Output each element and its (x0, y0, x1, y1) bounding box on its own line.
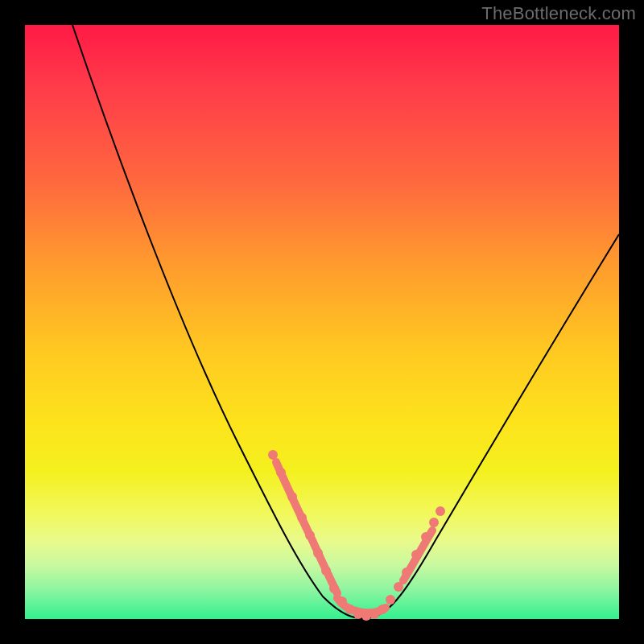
marker-dot (353, 609, 363, 619)
plot-area (25, 25, 619, 619)
bottleneck-curve (72, 25, 619, 618)
marker-dot (429, 518, 439, 527)
chart-frame: TheBottleneck.com (0, 0, 644, 644)
marker-dot (287, 492, 297, 502)
marker-dot (268, 450, 278, 460)
marker-dot (369, 609, 379, 619)
marker-dot (337, 597, 347, 606)
marker-dot (361, 611, 371, 621)
marker-dot (305, 530, 315, 540)
marker-dot (436, 506, 445, 516)
marker-dot (421, 532, 431, 542)
marker-dot (329, 584, 339, 593)
marker-dot (394, 582, 403, 592)
marker-dot (386, 595, 395, 605)
marker-dot (345, 605, 355, 614)
marker-dot (276, 468, 286, 477)
marker-dot (297, 513, 307, 522)
curve-svg (25, 25, 619, 619)
marker-dot (321, 566, 331, 576)
marker-dot (411, 550, 421, 559)
marker-dot (402, 568, 411, 577)
marker-dot (313, 548, 323, 558)
watermark-text: TheBottleneck.com (481, 3, 636, 24)
marker-dot (378, 605, 387, 614)
